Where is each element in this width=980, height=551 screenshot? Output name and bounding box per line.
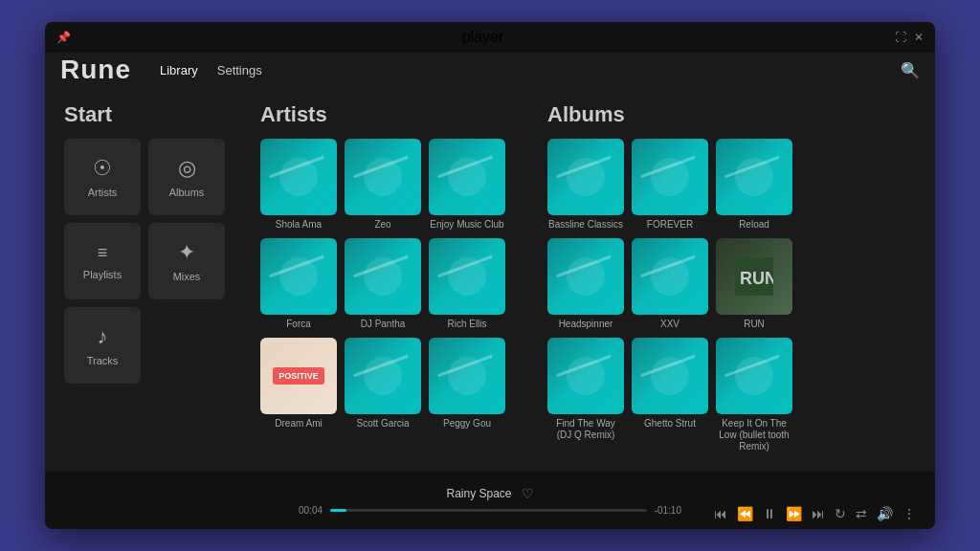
start-artists-label: Artists	[88, 187, 118, 198]
artists-grid: Shola Ama Zeo Enjoy Music Club Forca	[260, 139, 519, 430]
player-controls: ⏮ ⏪ ⏸ ⏩ ⏭ ↻ ⇄ 🔊 ⋮	[714, 506, 916, 521]
pin-icon[interactable]: 📌	[56, 31, 71, 44]
titlebar: 📌 player ⛶ ✕	[45, 22, 935, 53]
more-icon[interactable]: ⋮	[902, 506, 916, 521]
playlists-icon: ≡	[98, 243, 108, 263]
artist-card-rich-ellis[interactable]: Rich Ellis	[429, 238, 505, 330]
album-card-forever[interactable]: FOREVER	[632, 139, 708, 231]
start-tracks[interactable]: ♪ Tracks	[64, 307, 141, 384]
albums-section-title: Albums	[547, 102, 815, 127]
menu-settings[interactable]: Settings	[217, 63, 262, 77]
album-card-keep-it-on-the-low[interactable]: Keep It On The Low (bullet tooth Remix)	[716, 338, 792, 452]
album-card-reload[interactable]: Reload	[716, 139, 792, 231]
run-cover: RUN	[716, 238, 792, 315]
play-pause-icon[interactable]: ⏸	[763, 506, 776, 521]
artists-section: Artists Shola Ama Zeo Enjoy Music Club	[260, 102, 519, 456]
app-window: 📌 player ⛶ ✕ Rune Library Settings 🔍 Sta…	[45, 22, 935, 529]
artist-card-scott-garcia[interactable]: Scott Garcia	[345, 338, 421, 430]
skip-back-icon[interactable]: ⏮	[714, 506, 727, 521]
artist-card-zeo[interactable]: Zeo	[345, 139, 421, 231]
artist-card-peggy-gou[interactable]: Peggy Gou	[429, 338, 505, 430]
albums-grid: Bassline Classics FOREVER Reload Headspi…	[547, 139, 815, 452]
artist-card-enjoy-music-club[interactable]: Enjoy Music Club	[429, 139, 505, 231]
album-card-run[interactable]: RUN RUN	[716, 238, 792, 330]
search-icon[interactable]: 🔍	[901, 61, 920, 79]
start-albums-label: Albums	[169, 187, 205, 198]
artist-card-dream-ami[interactable]: POSITIVE Dream Ami	[260, 338, 337, 430]
artist-card-shola-ama[interactable]: Shola Ama	[260, 139, 337, 231]
artist-card-dj-pantha[interactable]: DJ Pantha	[345, 238, 421, 330]
start-mixes[interactable]: ✦ Mixes	[148, 223, 225, 299]
volume-icon[interactable]: 🔊	[877, 506, 893, 521]
start-artists[interactable]: ☉ Artists	[64, 139, 141, 215]
close-icon[interactable]: ✕	[914, 31, 924, 44]
start-section: Start ☉ Artists ◎ Albums ≡ Playlists ✦ M…	[64, 102, 232, 456]
track-name: Rainy Space	[446, 487, 511, 500]
progress-bar[interactable]	[330, 509, 647, 512]
artists-icon: ☉	[93, 156, 112, 181]
skip-forward-icon[interactable]: ⏭	[812, 506, 825, 521]
expand-icon[interactable]: ⛶	[895, 31, 906, 44]
start-mixes-label: Mixes	[173, 271, 201, 282]
app-logo: Rune	[60, 55, 131, 85]
tracks-icon: ♪	[98, 324, 108, 349]
rewind-icon[interactable]: ⏪	[737, 506, 753, 521]
album-card-find-the-way[interactable]: Find The Way (DJ Q Remix)	[547, 338, 624, 452]
start-grid: ☉ Artists ◎ Albums ≡ Playlists ✦ Mixes ♪	[64, 139, 232, 384]
repeat-icon[interactable]: ↻	[835, 506, 846, 521]
svg-text:RUN: RUN	[740, 269, 773, 288]
menubar: Rune Library Settings 🔍	[45, 53, 935, 87]
album-card-xxv[interactable]: XXV	[632, 238, 708, 330]
start-tracks-label: Tracks	[87, 355, 119, 366]
titlebar-controls: ⛶ ✕	[895, 31, 924, 44]
progress-fill	[330, 509, 346, 512]
mixes-icon: ✦	[178, 240, 195, 265]
heart-icon[interactable]: ♡	[522, 486, 534, 501]
player-track-info: Rainy Space ♡	[446, 486, 533, 501]
time-total: -01:10	[655, 505, 681, 516]
player-bar: Rainy Space ♡ 00:04 -01:10 ⏮ ⏪ ⏸ ⏩ ⏭ ↻ ⇄…	[45, 472, 935, 529]
album-card-ghetto-strut[interactable]: Ghetto Strut	[632, 338, 708, 452]
artists-section-title: Artists	[260, 102, 519, 127]
dream-ami-cover: POSITIVE	[260, 338, 337, 414]
window-title: player	[462, 29, 504, 46]
start-playlists[interactable]: ≡ Playlists	[64, 223, 141, 299]
album-card-headspinner[interactable]: Headspinner	[547, 238, 624, 330]
start-playlists-label: Playlists	[83, 269, 122, 280]
albums-icon: ◎	[178, 156, 196, 181]
start-albums[interactable]: ◎ Albums	[148, 139, 225, 215]
time-current: 00:04	[299, 505, 323, 516]
menu-library[interactable]: Library	[160, 63, 198, 77]
fast-forward-icon[interactable]: ⏩	[786, 506, 802, 521]
shuffle-icon[interactable]: ⇄	[856, 506, 867, 521]
album-card-bassline-classics[interactable]: Bassline Classics	[547, 139, 624, 231]
progress-area: 00:04 -01:10	[299, 505, 681, 516]
artist-card-forca[interactable]: Forca	[260, 238, 337, 330]
start-section-title: Start	[64, 102, 232, 127]
albums-section: Albums Bassline Classics FOREVER Reload …	[547, 102, 815, 456]
main-content: Start ☉ Artists ◎ Albums ≡ Playlists ✦ M…	[45, 87, 935, 472]
